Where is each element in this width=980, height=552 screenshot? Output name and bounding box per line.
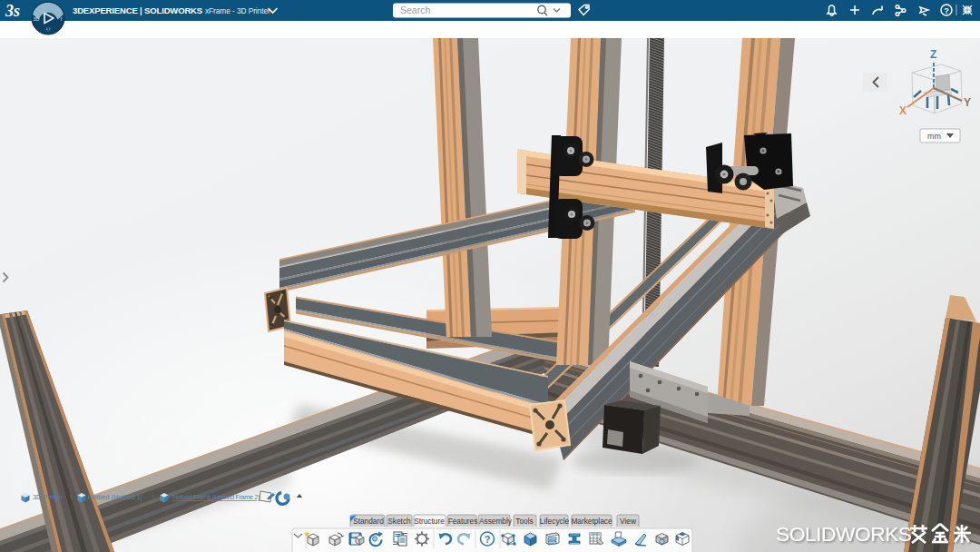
svg-text:View: View [620, 517, 637, 526]
svg-text:Z: Z [930, 48, 936, 61]
svg-text:mm: mm [927, 132, 941, 141]
svg-text:Features: Features [448, 517, 478, 526]
svg-text:\: \ [70, 493, 73, 501]
svg-text:xFrame - 3D Printer: xFrame - 3D Printer [205, 6, 270, 15]
svg-text:3s: 3s [5, 2, 20, 20]
svg-text:X: X [899, 104, 906, 117]
svg-text:Tools: Tools [515, 517, 533, 526]
svg-text:3DEXPERIENCE | SOLIDWORKS: 3DEXPERIENCE | SOLIDWORKS [73, 5, 202, 15]
svg-text:Search: Search [400, 5, 430, 15]
svg-text:²,³: ²,³ [46, 26, 51, 32]
svg-text:Lifecycle: Lifecycle [540, 517, 570, 526]
svg-text:Sketch: Sketch [387, 517, 411, 526]
svg-text:Structure: Structure [414, 517, 445, 526]
svg-text:Y: Y [964, 96, 971, 109]
svg-text:Standard: Standard [353, 517, 384, 526]
svg-text:?: ? [944, 6, 949, 15]
svg-text:SOLIDWORKS: SOLIDWORKS [776, 522, 912, 546]
svg-text:Hotbed (Hotbed 1): Hotbed (Hotbed 1) [88, 493, 142, 501]
svg-text:3D Printer: 3D Printer [33, 493, 63, 501]
svg-text:Marketplace: Marketplace [571, 517, 612, 526]
svg-text:I': I' [60, 16, 63, 22]
svg-text:\: \ [152, 493, 155, 501]
svg-text:Assembly: Assembly [479, 517, 513, 526]
svg-text:?: ? [485, 534, 491, 545]
svg-text:Hotbed Frame (Hotbed Frame 2): Hotbed Frame (Hotbed Frame 2) [172, 493, 260, 501]
svg-text:3D: 3D [34, 16, 40, 22]
